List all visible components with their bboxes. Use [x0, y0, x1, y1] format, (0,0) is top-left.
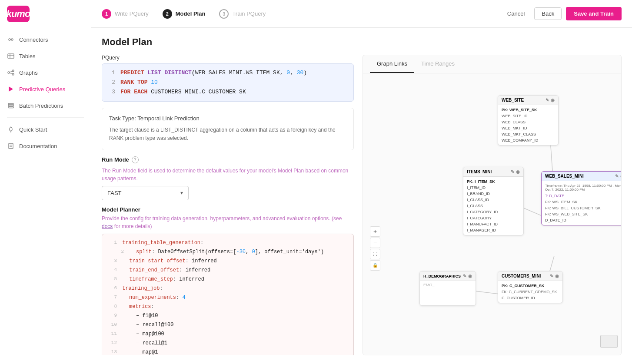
yaml-line-13: 13 – map@1 [108, 348, 347, 355]
sidebar-item-label: Quick Start [19, 126, 47, 133]
batch-icon [7, 102, 15, 109]
eye-icon[interactable]: ◉ [620, 174, 621, 179]
yaml-line-2: 2 split: DateOffsetSplit(offsets=[-30, 0… [115, 248, 347, 257]
sidebar-item-tables[interactable]: Tables [0, 48, 91, 64]
node-title: CUSTOMERS_MINI [502, 274, 541, 278]
code-line-1: 1 PREDICT LIST_DISTINCT(WEB_SALES_MINI.W… [108, 68, 347, 78]
page-body: Model Plan PQuery 1 PREDICT LIST_DISTINC… [91, 28, 632, 364]
docs-link[interactable]: docs [102, 223, 113, 229]
lock-button[interactable]: 🔒 [370, 260, 380, 271]
graph-icon [7, 69, 15, 76]
yaml-editor[interactable]: 1 training_table_generation: 2 split: Da… [102, 234, 354, 355]
sidebar-item-label: Predictive Queries [19, 86, 65, 93]
node-customers-mini: CUSTOMERS_MINI ✎ ◉ PK: C_CUSTOMER_SK FK:… [498, 271, 563, 303]
eye-icon[interactable]: ◉ [555, 274, 559, 278]
sidebar-item-label: Tables [19, 53, 36, 60]
sidebar-item-label: Batch Predictions [19, 103, 63, 109]
topbar: 1 Write PQuery 2 Model Plan 3 Train PQue… [91, 0, 632, 28]
node-body-demographics: EMO_... [420, 281, 476, 289]
logo-text: kumo [7, 8, 30, 20]
zoom-in-button[interactable]: + [370, 226, 380, 237]
tab-time-ranges[interactable]: Time Ranges [414, 55, 462, 73]
edit-icon[interactable]: ✎ [463, 274, 466, 278]
run-mode-header: Run Mode ? [102, 156, 354, 163]
task-type-box: Task Type: Temporal Link Prediction The … [102, 108, 354, 150]
table-icon [7, 52, 15, 60]
yaml-line-12: 12 – recall@1 [108, 339, 347, 348]
run-mode-value: FAST [107, 190, 122, 196]
sidebar-item-quick-start[interactable]: Quick Start [0, 121, 91, 138]
node-title: WEB_SITE [502, 98, 524, 103]
sidebar-item-label: Connectors [19, 36, 48, 43]
code-line-2: 2 RANK TOP 10 [108, 78, 347, 87]
plug-icon [7, 36, 15, 43]
yaml-line-11: 11 – map@100 [108, 330, 347, 339]
run-mode-description: The Run Mode field is used to determine … [102, 167, 354, 182]
zoom-out-button[interactable]: − [370, 238, 380, 248]
main-content: 1 Write PQuery 2 Model Plan 3 Train PQue… [91, 0, 632, 364]
graph-panel: Graph Links Time Ranges [363, 55, 622, 355]
cancel-button[interactable]: Cancel [502, 8, 530, 20]
svg-line-9 [10, 71, 12, 73]
page-title: Model Plan [102, 36, 622, 48]
node-items-mini: ITEMS_MINI ✎ ◉ PK: I_ITEM_SK I_ITEM_ID I… [463, 167, 524, 235]
model-planner-section: Model Planner Provide the config for tra… [102, 206, 354, 355]
sidebar-nav: Connectors Tables Graphs Predictive Quer… [0, 28, 91, 158]
task-type-title: Task Type: Temporal Link Prediction [109, 115, 346, 122]
task-type-description: The target clause is a LIST_DISTINCT agg… [109, 126, 346, 142]
step-1-circle: 1 [102, 9, 111, 19]
minimap [600, 335, 618, 348]
step-model-plan: 2 Model Plan [163, 9, 206, 19]
node-body-items-mini: PK: I_ITEM_SK I_ITEM_ID I_BRAND_ID I_CLA… [463, 177, 523, 235]
svg-point-1 [11, 39, 13, 40]
sidebar-item-predictive-queries[interactable]: Predictive Queries [0, 81, 91, 97]
svg-rect-13 [8, 105, 13, 106]
graph-tabs: Graph Links Time Ranges [363, 55, 621, 73]
edit-icon[interactable]: ✎ [615, 174, 619, 179]
node-web-sales-mini: WEB_SALES_MINI ✎ ◉ Timeframe: Thu Apr 23… [541, 171, 621, 225]
node-demographics: H_DEMOGRAPHICS ✎ ◉ EMO_... [419, 271, 476, 306]
node-title: ITEMS_MINI [467, 169, 492, 174]
rocket-icon [7, 126, 15, 133]
sidebar-item-batch-predictions[interactable]: Batch Predictions [0, 97, 91, 114]
query-icon [7, 85, 15, 93]
pquery-label: PQuery [102, 55, 354, 61]
step-train-pquery: 3 Train PQuery [219, 9, 266, 19]
sidebar-item-documentation[interactable]: Documentation [0, 138, 91, 154]
node-body-customers-mini: PK: C_CUSTOMER_SK FK: C_CURRENT_CDEMO_SK… [498, 281, 562, 303]
yaml-line-5: 5 timeframe_step: inferred [108, 275, 347, 284]
left-panel: PQuery 1 PREDICT LIST_DISTINCT(WEB_SALES… [102, 55, 354, 355]
node-header-web-sales-mini: WEB_SALES_MINI ✎ ◉ [542, 172, 621, 181]
zoom-controls: + − ⛶ 🔒 [370, 226, 380, 271]
tab-graph-links[interactable]: Graph Links [370, 55, 414, 73]
edit-icon[interactable]: ✎ [550, 274, 553, 278]
edit-icon[interactable]: ✎ [546, 98, 549, 103]
model-planner-description: Provide the config for training data gen… [102, 215, 354, 230]
run-mode-label: Run Mode [102, 156, 129, 163]
sidebar-item-label: Documentation [19, 143, 57, 149]
step-1-label: Write PQuery [115, 10, 149, 17]
svg-point-8 [12, 73, 14, 75]
docs-icon [7, 142, 15, 150]
logo: kumo [0, 0, 91, 28]
run-mode-dropdown[interactable]: FAST ▾ [102, 186, 189, 200]
pquery-section: PQuery 1 PREDICT LIST_DISTINCT(WEB_SALES… [102, 55, 354, 102]
eye-icon[interactable]: ◉ [516, 169, 520, 174]
svg-rect-16 [9, 143, 13, 149]
run-mode-section: Run Mode ? The Run Mode field is used to… [102, 156, 354, 200]
sidebar-item-graphs[interactable]: Graphs [0, 64, 91, 81]
eye-icon[interactable]: ◉ [551, 98, 555, 103]
node-header-demographics: H_DEMOGRAPHICS ✎ ◉ [420, 271, 476, 281]
eye-icon[interactable]: ◉ [468, 274, 472, 278]
save-train-button[interactable]: Save and Train [566, 7, 622, 20]
node-body-web-site: PK: WEB_SITE_SK WEB_SITE_ID WEB_CLASS WE… [498, 105, 558, 145]
back-button[interactable]: Back [534, 7, 562, 20]
steps: 1 Write PQuery 2 Model Plan 3 Train PQue… [102, 9, 266, 19]
info-icon[interactable]: ? [132, 156, 139, 163]
yaml-line-6: 6 training_job: [108, 284, 347, 293]
fit-screen-button[interactable]: ⛶ [370, 249, 380, 259]
yaml-line-3: 3 train_start_offset: inferred [108, 257, 347, 266]
step-2-label: Model Plan [176, 10, 206, 17]
sidebar-item-connectors[interactable]: Connectors [0, 31, 91, 48]
edit-icon[interactable]: ✎ [511, 169, 514, 174]
